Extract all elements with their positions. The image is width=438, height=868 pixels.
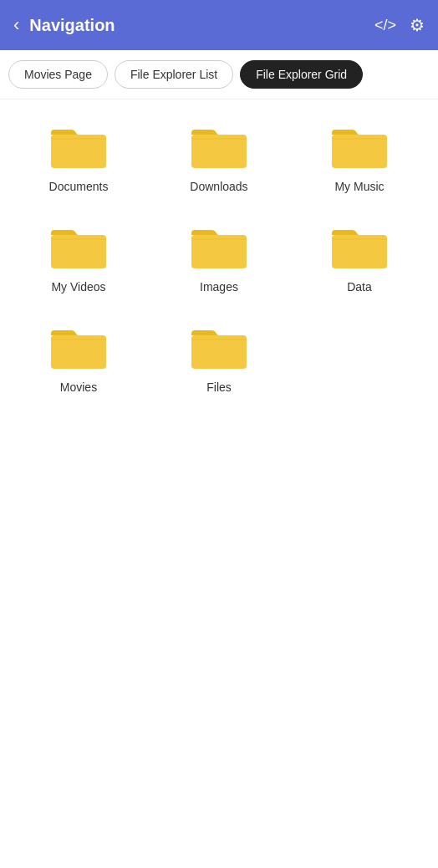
folder-label: My Videos: [51, 280, 105, 294]
svg-rect-5: [332, 138, 387, 140]
folder-icon: [49, 324, 108, 372]
folder-icon: [330, 123, 389, 171]
folder-label: Movies: [60, 380, 97, 394]
svg-rect-1: [51, 138, 106, 140]
folder-icon: [190, 324, 248, 372]
header: ‹ Navigation </> ⚙: [0, 0, 438, 50]
folder-label: Data: [347, 280, 372, 294]
folder-item[interactable]: Files: [149, 317, 289, 401]
folder-item[interactable]: Images: [149, 217, 289, 300]
tab-file-explorer-grid[interactable]: File Explorer Grid: [240, 60, 363, 89]
folder-label: Files: [206, 380, 232, 394]
folder-item[interactable]: Movies: [8, 317, 149, 401]
svg-rect-15: [191, 339, 247, 340]
tab-bar: Movies Page File Explorer List File Expl…: [0, 50, 438, 100]
folder-item[interactable]: Data: [289, 217, 430, 300]
tab-file-explorer-list[interactable]: File Explorer List: [115, 60, 233, 89]
tab-movies-page[interactable]: Movies Page: [8, 60, 108, 89]
folder-item[interactable]: My Videos: [8, 217, 149, 300]
folder-label: Documents: [49, 180, 109, 193]
folder-icon: [190, 223, 248, 272]
folder-item[interactable]: My Music: [289, 116, 430, 200]
folder-label: Downloads: [190, 180, 247, 193]
header-title: Navigation: [29, 16, 374, 35]
folder-label: My Music: [334, 180, 384, 193]
folder-icon: [190, 123, 248, 171]
settings-icon[interactable]: ⚙: [410, 15, 425, 35]
folder-icon: [330, 223, 389, 272]
folder-label: Images: [200, 280, 238, 294]
folder-icon: [49, 223, 108, 272]
svg-rect-11: [332, 238, 387, 240]
code-icon[interactable]: </>: [374, 17, 396, 34]
svg-rect-3: [191, 138, 247, 140]
svg-rect-7: [51, 238, 106, 240]
file-grid: Documents Downloads My Music: [0, 100, 438, 417]
svg-rect-9: [191, 238, 247, 240]
svg-rect-13: [51, 339, 106, 340]
back-button[interactable]: ‹: [13, 16, 19, 34]
folder-item[interactable]: Downloads: [149, 116, 289, 200]
folder-item[interactable]: Documents: [8, 116, 149, 200]
folder-icon: [49, 123, 108, 171]
